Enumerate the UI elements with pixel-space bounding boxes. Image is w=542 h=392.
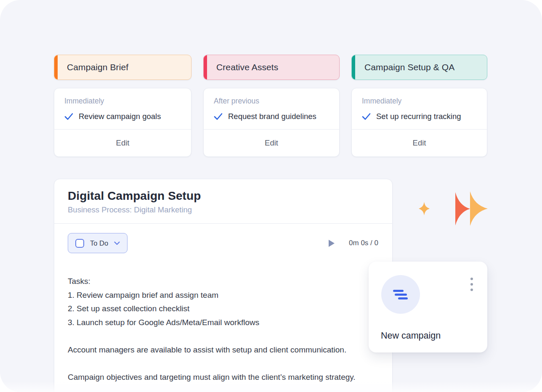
task-label: Request brand guidelines (228, 112, 316, 121)
timer-value: 0m 0s / 0 (349, 239, 378, 247)
play-icon[interactable] (329, 240, 335, 247)
check-icon (64, 113, 73, 120)
kebab-menu-icon[interactable] (470, 277, 474, 292)
status-label: To Do (90, 239, 108, 247)
stage-accent-bar (352, 55, 355, 79)
process-title: Digital Campaign Setup (68, 189, 379, 203)
stage-accent-bar (54, 55, 58, 79)
status-dropdown[interactable]: To Do (68, 233, 128, 253)
edit-button[interactable]: Edit (204, 129, 339, 156)
new-campaign-card[interactable]: New campaign (369, 262, 487, 352)
stage-card-campaign-setup-qa[interactable]: Campaign Setup & QA (351, 55, 487, 80)
task-row: Request brand guidelines (214, 112, 329, 121)
step-timing: After previous (214, 97, 329, 106)
step-card-campaign-setup-qa: Immediately Set up recurring tracking Ed… (351, 88, 487, 157)
stage-accent-bar (204, 55, 207, 79)
stage-label: Campaign Brief (67, 62, 128, 72)
process-header: Digital Campaign Setup Business Process:… (54, 179, 392, 224)
step-card-campaign-brief: Immediately Review campaign goals Edit (54, 88, 191, 157)
fast-forward-arrow-amber (470, 191, 488, 226)
check-icon (362, 113, 371, 120)
stage-label: Campaign Setup & QA (364, 62, 454, 72)
step-timing: Immediately (362, 97, 477, 106)
check-icon (214, 113, 223, 120)
edit-button[interactable]: Edit (54, 129, 191, 156)
stage-card-creative-assets[interactable]: Creative Assets (203, 55, 340, 80)
app-canvas: Campaign Brief Creative Assets Campaign … (0, 0, 542, 392)
step-timing: Immediately (64, 97, 181, 106)
process-body: To Do 0m 0s / 0 Tasks: 1. Review campaig… (54, 224, 392, 384)
stage-label: Creative Assets (216, 62, 278, 72)
fast-forward-arrow-red (455, 192, 470, 225)
process-description: Tasks: 1. Review campaign brief and assi… (68, 275, 381, 384)
task-row: Set up recurring tracking (362, 112, 477, 121)
sparkle-icon (419, 202, 430, 215)
chevron-down-icon (114, 241, 120, 245)
new-campaign-label: New campaign (381, 331, 441, 341)
menu-lines-icon (381, 275, 420, 314)
process-subtitle: Business Process: Digital Marketing (68, 205, 379, 215)
edit-button[interactable]: Edit (352, 129, 487, 156)
task-label: Review campaign goals (79, 112, 161, 121)
process-card: Digital Campaign Setup Business Process:… (54, 179, 393, 392)
stage-card-campaign-brief[interactable]: Campaign Brief (54, 55, 191, 80)
checkbox-icon[interactable] (75, 239, 84, 248)
step-card-creative-assets: After previous Request brand guidelines … (203, 88, 340, 157)
task-label: Set up recurring tracking (376, 112, 461, 121)
task-row: Review campaign goals (64, 112, 181, 121)
